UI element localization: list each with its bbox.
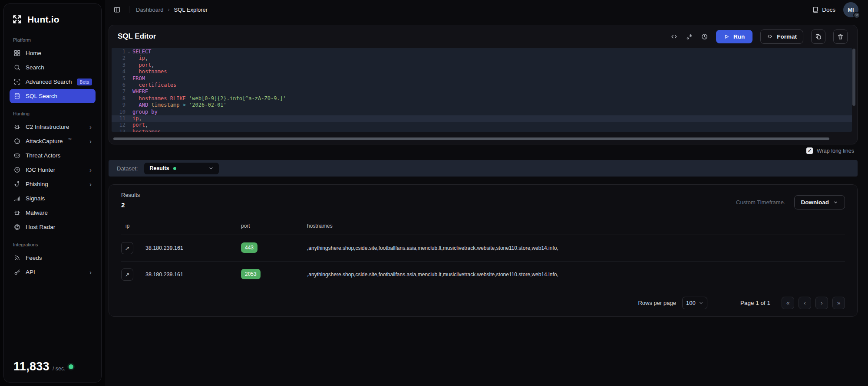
section-label: Integrations (13, 242, 92, 247)
sidebar-item-advanced-search[interactable]: Advanced SearchBeta (10, 75, 96, 89)
bug-icon (13, 123, 21, 131)
code-line[interactable]: 13hostnames (112, 129, 852, 132)
code-line[interactable]: 6 certificates (112, 82, 852, 88)
sidebar-item-search[interactable]: Search (10, 60, 96, 75)
line-number: 12 (112, 122, 125, 128)
sidebar-item-threat-actors[interactable]: Threat Actors (10, 148, 96, 163)
fold-spacer (125, 129, 132, 132)
sidebar-item-signals[interactable]: Signals (10, 191, 96, 206)
sidebar-item-home[interactable]: Home (10, 46, 96, 60)
sidebar-item-phishing[interactable]: Phishing› (10, 177, 96, 191)
cell-ip: 38.180.239.161 (145, 245, 183, 251)
ioc-target-icon (13, 166, 21, 173)
port-badge: 443 (241, 242, 257, 253)
logo[interactable]: Hunt.io (11, 13, 94, 25)
open-row-button[interactable]: ↗ (121, 268, 133, 281)
rows-per-page-value: 100 (686, 300, 696, 306)
sidebar-toggle-button[interactable] (111, 4, 122, 15)
beta-badge: Beta (77, 79, 92, 85)
horizontal-scrollbar[interactable] (113, 137, 829, 140)
run-button[interactable]: Run (716, 30, 752, 43)
format-button[interactable]: Format (760, 29, 803, 44)
sidebar-item-api[interactable]: API› (10, 265, 96, 279)
cell-hostnames: ,anythingshere.shop,cside.site,footballf… (307, 245, 558, 251)
dataset-selected-value: Results (149, 165, 169, 171)
status-dot-icon (69, 364, 73, 369)
rss-icon (13, 254, 21, 262)
wrap-long-lines-toggle[interactable]: ✓ Wrap long lines (806, 147, 854, 154)
sidebar-item-c2-infrastructure[interactable]: C2 Infrastructure› (10, 120, 96, 134)
breadcrumb-dashboard[interactable]: Dashboard (136, 7, 164, 13)
previous-page-button[interactable]: ‹ (799, 297, 811, 309)
clear-query-button[interactable] (833, 29, 848, 44)
last-page-button[interactable]: » (832, 297, 845, 309)
open-row-button[interactable]: ↗ (121, 242, 133, 254)
code-line[interactable]: 4 hostnames (112, 69, 852, 75)
sidebar-sections: PlatformHomeSearchAdvanced SearchBetaSQL… (10, 37, 96, 279)
format-label: Format (777, 33, 797, 40)
sidebar-item-label: SQL Search (26, 93, 57, 99)
sidebar-item-attackcapture[interactable]: AttackCapture™› (10, 134, 96, 148)
fold-spacer (125, 95, 132, 102)
sql-editor-card: SQL Editor Run Format (109, 25, 858, 144)
chevron-down-icon (208, 166, 214, 171)
code-text: port, (132, 122, 148, 128)
malware-bug-icon (13, 209, 21, 216)
custom-timeframe-label[interactable]: Custom Timeframe. (736, 199, 785, 206)
next-page-button[interactable]: › (815, 297, 828, 309)
docs-label: Docs (822, 7, 835, 13)
rows-per-page-select[interactable]: 100 (682, 297, 707, 309)
first-page-button[interactable]: « (782, 297, 794, 309)
huntio-logo-icon (11, 13, 23, 25)
code-text: hostnames (132, 69, 167, 75)
history-button[interactable] (701, 33, 708, 40)
raw-query-button[interactable] (670, 33, 678, 40)
hook-icon (13, 180, 21, 188)
play-icon (724, 34, 729, 39)
editor-title: SQL Editor (118, 32, 156, 41)
sidebar-item-ioc-hunter[interactable]: IOC Hunter› (10, 163, 96, 177)
code-line[interactable]: 3 port, (112, 62, 852, 69)
fold-spacer (125, 115, 132, 122)
code-line[interactable]: 9 AND timestamp > '2026-02-01' (112, 102, 852, 108)
fold-chevron-icon[interactable]: ⌄ (125, 49, 132, 55)
code-line[interactable]: 1⌄SELECT (112, 49, 852, 55)
fold-spacer (125, 102, 132, 108)
code-text: FROM (132, 75, 145, 82)
code-line[interactable]: 2 ip, (112, 55, 852, 62)
divider (129, 6, 129, 13)
download-button[interactable]: Download (794, 195, 845, 209)
vertical-scrollbar[interactable] (852, 49, 855, 106)
line-number: 9 (112, 102, 125, 108)
cell-hostnames: ,anythingshere.shop,cside.site,footballf… (307, 272, 558, 278)
wrap-checkbox[interactable]: ✓ (806, 147, 813, 154)
sidebar-item-feeds[interactable]: Feeds (10, 251, 96, 265)
trash-icon (837, 33, 844, 40)
chevrons-right-icon: » (837, 300, 840, 306)
user-menu[interactable]: MI (843, 2, 858, 17)
line-number: 11 (112, 115, 125, 122)
code-line[interactable]: 7WHERE (112, 88, 852, 95)
status-dot-icon (173, 167, 176, 170)
column-header-ip: ip (125, 223, 129, 229)
fold-spacer (125, 55, 132, 62)
code-line[interactable]: 8 hostnames RLIKE 'web[0-9]{2}.info[^a-z… (112, 95, 852, 102)
sidebar-item-sql-search[interactable]: SQL Search (10, 89, 96, 103)
code-line[interactable]: 5FROM (112, 75, 852, 82)
code-line[interactable]: 11ip, (112, 115, 852, 122)
copy-query-button[interactable] (811, 29, 825, 44)
sql-code-editor[interactable]: 1⌄SELECT2 ip,3 port,4 hostnames5FROM6 ce… (112, 48, 852, 132)
sidebar-item-host-radar[interactable]: Host Radar (10, 220, 96, 234)
line-number: 5 (112, 75, 125, 82)
sidebar-item-malware[interactable]: Malware (10, 206, 96, 220)
sidebar-item-label: Host Radar (26, 224, 55, 230)
code-line[interactable]: 12port, (112, 122, 852, 128)
variables-button[interactable] (686, 33, 693, 40)
code-line[interactable]: 10group by (112, 109, 852, 115)
logo-text: Hunt.io (27, 14, 59, 25)
docs-button[interactable]: Docs (812, 6, 835, 13)
table-row: ↗38.180.239.161443,anythingshere.shop,cs… (121, 235, 845, 261)
dataset-select[interactable]: Results (144, 163, 219, 174)
wrap-label: Wrap long lines (817, 148, 854, 154)
code-text: certificates (132, 82, 176, 88)
